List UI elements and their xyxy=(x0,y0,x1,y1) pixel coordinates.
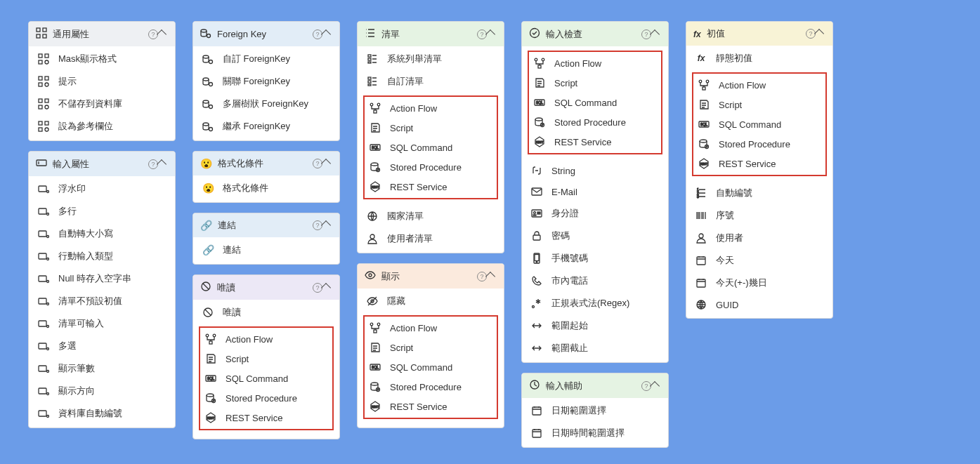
menu-item[interactable]: 自動轉大小寫 xyxy=(29,223,175,245)
menu-item[interactable]: Stored Procedure xyxy=(693,134,825,154)
menu-item[interactable]: Stored Procedure xyxy=(529,112,661,132)
menu-item[interactable]: Script xyxy=(365,338,497,357)
list-icon xyxy=(365,27,376,41)
menu-item[interactable]: Stored Procedure xyxy=(365,377,497,397)
svg-rect-0 xyxy=(37,28,40,32)
menu-item[interactable]: SQLSQL Command xyxy=(365,357,497,377)
menu-item[interactable]: 密碼 xyxy=(522,225,668,247)
panel-header[interactable]: 輸入屬性? xyxy=(29,152,175,176)
menu-item[interactable]: RESTREST Service xyxy=(200,408,332,427)
menu-item[interactable]: 😮格式化條件 xyxy=(193,177,339,199)
panel-header[interactable]: 通用屬性? xyxy=(29,22,175,46)
menu-item[interactable]: Null 時存入空字串 xyxy=(29,267,175,290)
menu-item[interactable]: RESTREST Service xyxy=(365,177,497,197)
chevron-up-icon xyxy=(321,159,331,168)
menu-item[interactable]: 關聯 ForeignKey xyxy=(193,70,339,93)
check-icon xyxy=(529,27,540,41)
menu-item[interactable]: E-Mail xyxy=(522,181,668,202)
svg-point-117 xyxy=(706,80,709,83)
menu-item[interactable]: 使用者清單 xyxy=(358,227,504,250)
menu-item[interactable]: Stored Procedure xyxy=(200,388,332,408)
menu-item[interactable]: Script xyxy=(529,73,661,93)
menu-item[interactable]: 不儲存到資料庫 xyxy=(29,93,175,115)
menu-item[interactable]: 隱藏 xyxy=(358,290,504,312)
menu-item[interactable]: 正規表式法(Regex) xyxy=(522,292,668,314)
menu-item[interactable]: 今天 xyxy=(686,249,832,272)
menu-item[interactable]: 顯示方向 xyxy=(29,380,175,402)
menu-item[interactable]: Action Flow xyxy=(365,318,497,338)
menu-item[interactable]: Script xyxy=(365,118,497,138)
menu-item[interactable]: 資料庫自動編號 xyxy=(29,402,175,425)
menu-item[interactable]: Stored Procedure xyxy=(365,157,497,177)
svg-rect-14 xyxy=(39,105,42,109)
prop-icon xyxy=(37,385,50,397)
menu-item[interactable]: 國家清單 xyxy=(358,205,504,227)
menu-item[interactable]: 多層樹狀 ForeignKey xyxy=(193,93,339,115)
menu-item[interactable]: 日期範圍選擇 xyxy=(522,399,668,422)
menu-item[interactable]: fx靜態初值 xyxy=(686,47,832,69)
svg-text:REST: REST xyxy=(700,162,708,166)
menu-item[interactable]: RESTREST Service xyxy=(693,154,825,173)
panel-header[interactable]: 清單? xyxy=(358,22,504,46)
menu-item[interactable]: SQLSQL Command xyxy=(529,93,661,112)
menu-item[interactable]: 繼承 ForeignKey xyxy=(193,115,339,138)
script-icon xyxy=(369,342,381,353)
menu-item[interactable]: 手機號碼 xyxy=(522,247,668,270)
menu-item[interactable]: 範圍截止 xyxy=(522,337,668,359)
menu-item[interactable]: Action Flow xyxy=(693,75,825,95)
menu-item[interactable]: Action Flow xyxy=(529,53,661,73)
menu-item[interactable]: SQLSQL Command xyxy=(693,114,825,134)
menu-item[interactable]: 多行 xyxy=(29,200,175,223)
menu-item[interactable]: 多選 xyxy=(29,335,175,357)
menu-item[interactable]: 唯讀 xyxy=(193,301,339,324)
menu-item[interactable]: 日期時間範圍選擇 xyxy=(522,422,668,444)
menu-item[interactable]: Script xyxy=(200,349,332,369)
menu-item-label: Stored Procedure xyxy=(390,162,462,173)
panel-header[interactable]: 輸入檢查? xyxy=(522,22,668,46)
menu-item[interactable]: String xyxy=(522,160,668,181)
menu-item[interactable]: 身分證 xyxy=(522,202,668,225)
menu-item[interactable]: 提示 xyxy=(29,70,175,93)
panel-header[interactable]: 唯讀? xyxy=(193,275,339,300)
menu-item[interactable]: 浮水印 xyxy=(29,178,175,200)
svg-rect-118 xyxy=(703,87,705,90)
menu-item[interactable]: 設為參考欄位 xyxy=(29,115,175,138)
menu-item[interactable]: Mask顯示格式 xyxy=(29,48,175,70)
svg-point-128 xyxy=(699,234,703,238)
menu-item[interactable]: 🔗連結 xyxy=(193,239,339,261)
menu-item[interactable]: 自訂 ForeignKey xyxy=(193,48,339,70)
menu-item-label: 浮水印 xyxy=(58,183,86,195)
svg-rect-110 xyxy=(535,255,539,261)
panel-header[interactable]: fx初值? xyxy=(686,22,832,46)
enum-icon xyxy=(366,53,379,65)
menu-item[interactable]: 範圍起始 xyxy=(522,314,668,337)
menu-item[interactable]: 清單可輸入 xyxy=(29,312,175,335)
menu-item[interactable]: GUID xyxy=(686,294,832,315)
panel-header[interactable]: 顯示? xyxy=(358,264,504,289)
menu-item[interactable]: RESTREST Service xyxy=(529,132,661,152)
menu-item[interactable]: 使用者 xyxy=(686,227,832,249)
panel-header[interactable]: 輸入輔助? xyxy=(522,373,668,398)
panel-header[interactable]: 🔗連結? xyxy=(193,213,339,237)
menu-item[interactable]: RESTREST Service xyxy=(365,397,497,416)
menu-item[interactable]: 行動輸入類型 xyxy=(29,245,175,267)
menu-item[interactable]: 市內電話 xyxy=(522,270,668,292)
menu-item[interactable]: SQLSQL Command xyxy=(365,138,497,157)
menu-item[interactable]: 系統列舉清單 xyxy=(358,48,504,70)
menu-item[interactable]: SQLSQL Command xyxy=(200,369,332,388)
menu-item-label: 自動轉大小寫 xyxy=(58,227,113,240)
menu-item[interactable]: 清單不預設初值 xyxy=(29,290,175,312)
menu-item[interactable]: Action Flow xyxy=(200,329,332,349)
panel-header[interactable]: 😮格式化條件? xyxy=(193,152,339,175)
panel-header[interactable]: Foreign Key? xyxy=(193,22,339,46)
svg-point-38 xyxy=(47,371,49,373)
menu-item[interactable]: 顯示筆數 xyxy=(29,357,175,380)
menu-item[interactable]: 序號 xyxy=(686,204,832,227)
menu-item[interactable]: Script xyxy=(693,95,825,114)
svg-rect-106 xyxy=(537,213,540,214)
menu-item[interactable]: Action Flow xyxy=(365,98,497,118)
menu-item[interactable]: 今天(+-)幾日 xyxy=(686,272,832,294)
menu-item[interactable]: 自訂清單 xyxy=(358,70,504,93)
svg-rect-115 xyxy=(533,430,541,437)
menu-item[interactable]: 123自動編號 xyxy=(686,182,832,204)
